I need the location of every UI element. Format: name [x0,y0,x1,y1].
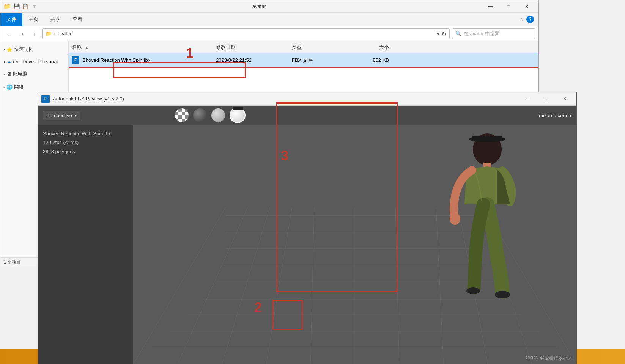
svg-point-27 [495,291,510,298]
titlebar-controls: — □ ✕ [482,0,535,13]
checker-sphere[interactable] [175,108,189,122]
chevron-right-icon-3: › [3,71,5,77]
address-bar: ← → ↑ 📁 › avatar ▾ ↻ 🔍 在 avatar 中搜索 [0,26,538,41]
fbx-title: Autodesk FBX Review (v1.5.2.0) [53,96,516,102]
col-header-type[interactable]: 类型 [289,44,349,51]
fbx-viewport[interactable] [133,125,576,364]
fbx-app-icon: F [41,95,50,103]
cloud-icon: ☁ [6,59,11,64]
thispc-label: 此电脑 [13,71,28,77]
fbx-maximize-button[interactable]: □ [538,93,555,105]
file-date: 2023/8/22 21:52 [213,57,289,63]
file-size: 862 KB [349,57,395,63]
address-input[interactable]: 📁 › avatar ▾ ↻ [42,28,450,39]
ribbon-tab-file[interactable]: 文件 [0,13,22,26]
chevron-right-icon: › [3,47,5,52]
col-header-size[interactable]: 大小 [349,44,395,51]
sort-icon: ∧ [85,46,88,50]
address-path: avatar [58,31,71,36]
model-filename: Shoved Reaction With Spin.fbx [43,129,129,138]
model-polygons: 2848 polygons [43,147,129,156]
fbx-minimize-button[interactable]: — [520,93,537,105]
svg-point-28 [466,287,480,294]
star-icon: ⭐ [6,47,13,52]
selected-sphere[interactable] [230,107,246,123]
sidebar-item-thispc[interactable]: › 🖥 此电脑 [0,69,68,79]
sidebar-item-network[interactable]: › 🌐 网络 [0,82,68,92]
file-list-header: 名称 ∧ 修改日期 类型 大小 [69,41,538,53]
csdn-watermark: CSDN @爱看特效小沐 [526,355,572,361]
search-placeholder: 在 avatar 中搜索 [464,30,500,37]
view-label: Perspective [46,113,72,118]
light-sphere[interactable] [211,108,225,122]
quick-access-label: 快速访问 [14,46,34,53]
fbx-toolbar: Perspective ▾ mixamo.com ▾ [38,106,576,125]
file-name-cell: F Shoved Reaction With Spin.fbx [69,56,213,64]
titlebar-icons: 📁 💾 📋 ▼ [3,3,37,10]
minimize-button[interactable]: — [482,0,499,13]
fbx-review-window: F Autodesk FBX Review (v1.5.2.0) — □ ✕ P… [38,92,577,364]
dropdown-arrow-icon: ▾ [74,113,77,118]
character-model [432,129,538,329]
folder-icon-small: 📁 [46,31,52,36]
ribbon-tab-share[interactable]: 共享 [44,13,66,26]
up-button[interactable]: ↑ [29,28,40,39]
view-dropdown[interactable]: Perspective ▾ [43,111,80,120]
ribbon-tab-view[interactable]: 查看 [66,13,88,26]
explorer-titlebar: 📁 💾 📋 ▼ avatar — □ ✕ [0,0,538,13]
dropdown-icon: ▼ [32,4,37,9]
save-icon: 💾 [13,3,20,9]
chevron-right-icon-2: › [3,59,5,64]
fbx-titlebar: F Autodesk FBX Review (v1.5.2.0) — □ ✕ [38,92,576,106]
mixamo-arrow-icon: ▾ [569,113,572,118]
network-icon: 🌐 [6,84,13,90]
ribbon-collapse-icon: ∧ [520,17,523,22]
fbx-close-button[interactable]: ✕ [556,93,573,105]
col-header-date[interactable]: 修改日期 [213,44,289,51]
onedrive-label: OneDrive - Personal [13,59,58,64]
sidebar-item-quick-access[interactable]: › ⭐ 快速访问 [0,44,68,54]
back-button[interactable]: ← [3,28,14,39]
file-row[interactable]: F Shoved Reaction With Spin.fbx 2023/8/2… [69,53,538,67]
refresh-button[interactable]: ↻ [442,31,446,37]
pc-icon: 🖥 [6,71,11,77]
col-header-name[interactable]: 名称 ∧ [69,44,213,51]
file-type: FBX 文件 [289,57,349,64]
ribbon: 文件 主页 共享 查看 ∧ ? [0,13,538,26]
file-name: Shoved Reaction With Spin.fbx [82,57,150,63]
ribbon-tab-home[interactable]: 主页 [22,13,44,26]
maximize-button[interactable]: □ [500,0,517,13]
search-box[interactable]: 🔍 在 avatar 中搜索 [452,28,535,39]
dark-sphere[interactable] [193,108,207,122]
sidebar-item-onedrive[interactable]: › ☁ OneDrive - Personal [0,57,68,66]
address-dropdown-button[interactable]: ▾ [437,31,439,37]
fbx-info-panel: Shoved Reaction With Spin.fbx 120.2fps (… [38,125,133,364]
fbx-content: Shoved Reaction With Spin.fbx 120.2fps (… [38,125,576,364]
mixamo-dropdown[interactable]: mixamo.com ▾ [539,113,572,118]
clipboard-icon: 📋 [22,3,28,9]
address-separator: › [54,31,55,36]
search-icon: 🔍 [455,31,461,36]
model-fps: 120.2fps (<1ms) [43,138,129,147]
fbx-titlebar-controls: — □ ✕ [520,93,573,105]
forward-button[interactable]: → [16,28,27,39]
col-name-label: 名称 [72,44,82,50]
chevron-right-icon-4: › [3,84,5,90]
help-icon[interactable]: ? [526,16,534,23]
svg-rect-24 [472,136,502,141]
explorer-title: avatar [37,3,482,9]
status-text: 1 个项目 [3,259,21,265]
network-label: 网络 [14,83,24,90]
close-button[interactable]: ✕ [518,0,535,13]
fbx-file-icon: F [72,56,79,64]
explorer-folder-icon: 📁 [3,3,11,10]
mixamo-label: mixamo.com [539,113,567,118]
svg-point-26 [450,213,460,225]
